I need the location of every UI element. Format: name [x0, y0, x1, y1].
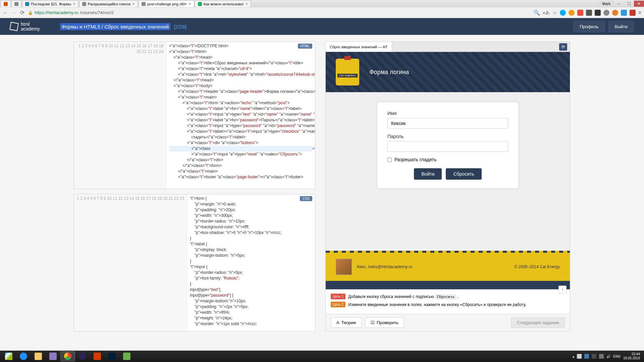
action-bar: AТеория ☑Проверить Следующее задание [326, 314, 570, 331]
chrome-user-badge[interactable]: Mark [599, 1, 614, 7]
main-area: HTML 1 2 3 4 5 6 7 8 9 10 11 12 13 14 15… [0, 35, 644, 338]
window-minimize-icon[interactable]: ─ [614, 1, 624, 7]
url-path: /courses/74/run/2 [80, 10, 114, 15]
window-maximize-icon[interactable]: ☐ [624, 1, 634, 7]
footer-copyright: © 2008–2014 Cat Energy [514, 264, 560, 269]
skype-icon[interactable] [560, 10, 566, 16]
chrome-icon[interactable] [60, 351, 75, 361]
goal-row: Цель 1 Добавьте кнопку сброса значений с… [331, 294, 565, 300]
extension-icon[interactable] [603, 10, 609, 16]
check-button[interactable]: ☑Проверить [365, 317, 404, 328]
reload-icon[interactable]: ⟳ [20, 9, 24, 16]
language-indicator[interactable]: ENG [613, 355, 621, 358]
editors-column: HTML 1 2 3 4 5 6 7 8 9 10 11 12 13 14 15… [74, 42, 315, 331]
code-content[interactable]: <"a">class="t">!DOCTYPE html> <"a">class… [166, 42, 315, 189]
window-close-icon[interactable]: ✕ [634, 1, 644, 7]
system-tray: ▴ 🔊 ENG 23:44 18.05.2016 [573, 352, 643, 360]
browser-tab[interactable] [1, 0, 11, 7]
code-chip: Сбросить [435, 294, 456, 299]
checkbox-label: Разрешать гладить [394, 157, 436, 162]
tray-icon[interactable] [584, 354, 589, 359]
start-button[interactable] [1, 351, 16, 361]
tab-title: Раскрывающийся список [88, 2, 131, 6]
next-task-button[interactable]: Следующее задание [511, 317, 565, 328]
star-icon[interactable]: ☆ [552, 9, 557, 16]
close-icon[interactable]: × [73, 1, 75, 6]
scroll-up-button[interactable]: ↑ [558, 286, 567, 294]
browser-tab[interactable]: Как можно использоват× [195, 0, 251, 7]
photoshop-icon[interactable] [105, 351, 119, 361]
extension-icon[interactable] [577, 10, 583, 16]
eclipse-icon[interactable] [75, 351, 90, 361]
volume-icon[interactable]: 🔊 [606, 355, 610, 358]
css-badge: CSS [300, 196, 312, 201]
forward-icon[interactable]: → [11, 10, 17, 16]
lesson-counter: [2/28] [174, 24, 186, 29]
code-content[interactable]: "t">form { "p">margin: "n">0 auto; "p">p… [187, 194, 284, 331]
theory-button[interactable]: AТеория [331, 317, 362, 328]
reset-button[interactable]: Сбросить [446, 168, 481, 180]
preview-body: CAT ENERGY Форма логина Имя Пароль Разре… [326, 52, 570, 289]
html-editor[interactable]: HTML 1 2 3 4 5 6 7 8 9 10 11 12 13 14 15… [74, 42, 315, 189]
tab-title: Последние §21. Формы [31, 2, 71, 6]
name-input[interactable] [387, 118, 508, 129]
login-form: Имя Пароль Разрешать гладить Войти Сброс… [377, 102, 518, 188]
browser-tab-strip: Последние §21. Формы× Раскрывающийся спи… [0, 0, 644, 7]
close-icon[interactable]: × [189, 1, 191, 6]
url-host: https://htmlacademy.ru [35, 10, 78, 15]
preview-footer: Кекс, keks@htmlacademy.ru © 2008–2014 Ca… [326, 251, 570, 281]
extension-icon[interactable] [621, 10, 627, 16]
goal-2-badge: Цель 2 [331, 302, 345, 307]
clock[interactable]: 23:44 18.05.2016 [623, 352, 640, 360]
tray-icon[interactable] [592, 354, 596, 359]
close-icon[interactable]: × [246, 1, 248, 6]
profile-button[interactable]: Профиль [573, 21, 605, 32]
notepad-icon[interactable] [119, 351, 134, 361]
lock-icon: 🔒 [28, 10, 33, 15]
password-label: Пароль [387, 134, 508, 139]
network-icon[interactable] [599, 354, 604, 359]
submit-button[interactable]: Войти [414, 168, 442, 180]
logo[interactable]: htmlacademy [10, 22, 40, 31]
address-bar: ← → ⟳ 🔒 https://htmlacademy.ru/courses/7… [0, 7, 644, 18]
preview-bottom-bar [326, 281, 570, 289]
browser-tab[interactable]: Раскрывающийся список× [79, 0, 138, 7]
browser-tab[interactable]: Последние §21. Формы× [22, 0, 78, 7]
menu-icon[interactable]: ≡ [638, 10, 641, 16]
back-icon[interactable]: ← [3, 10, 8, 16]
extension-icon[interactable] [595, 10, 601, 16]
url-field[interactable]: 🔒 https://htmlacademy.ru/courses/74/run/… [28, 10, 114, 15]
line-gutter: 1 2 3 4 5 6 7 8 9 10 11 12 13 14 15 16 1… [74, 42, 166, 189]
toolbar-icons: 🔍 ᴀあ ☆ ≡ [533, 9, 641, 16]
ie-icon[interactable] [16, 351, 31, 361]
css-editor[interactable]: CSS 1 2 3 4 5 6 7 8 9 10 11 12 13 14 15 … [74, 194, 315, 331]
close-icon[interactable]: × [132, 1, 135, 6]
office-icon[interactable] [90, 351, 105, 361]
tab-title: Как можно использоват [204, 2, 244, 6]
adblock-icon[interactable] [630, 10, 636, 16]
browser-tab[interactable] [11, 0, 21, 7]
reload-preview-button[interactable]: ⟳ [559, 43, 567, 51]
preview-form-area: Имя Пароль Разрешать гладить Войти Сброс… [326, 92, 570, 251]
breadcrumb: Формы и HTML5 / Сброс введенных значений [60, 23, 171, 30]
extension-icon[interactable] [569, 10, 575, 16]
extension-icon[interactable] [612, 10, 618, 16]
logout-button[interactable]: Выйти [608, 21, 634, 32]
extension-icon[interactable] [586, 10, 592, 16]
tray-icon[interactable] [577, 354, 582, 359]
browser-tab-active[interactable]: post-challenge.png (40×× [139, 0, 194, 7]
explorer-icon[interactable] [31, 351, 46, 361]
password-input[interactable] [387, 141, 508, 152]
preview-tab[interactable]: Сброс введенных значений — HT [326, 42, 392, 52]
preview-header: CAT ENERGY Форма логина [326, 52, 570, 92]
translate-icon[interactable]: ᴀあ [543, 10, 550, 16]
goals-panel: ↑ Цель 1 Добавьте кнопку сброса значений… [326, 289, 570, 314]
app-icon[interactable] [46, 351, 60, 361]
check-icon: ☑ [371, 320, 375, 325]
logo-label: CAT ENERGY [337, 74, 357, 77]
tray-chevron-icon[interactable]: ▴ [573, 355, 574, 358]
zoom-icon[interactable]: 🔍 [533, 9, 540, 16]
html-badge: HTML [298, 44, 312, 49]
allow-checkbox[interactable] [387, 158, 392, 162]
line-gutter: 1 2 3 4 5 6 7 8 9 10 11 12 13 14 15 16 1… [74, 194, 187, 331]
